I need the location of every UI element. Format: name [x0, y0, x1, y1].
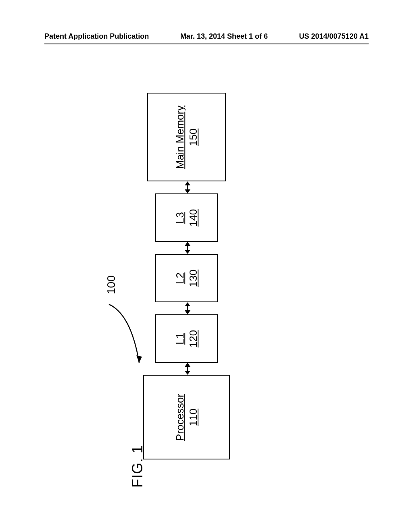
- block-l3-num: 140: [186, 209, 200, 226]
- figure-1: 100 Main Memory 150 L3 140: [81, 60, 266, 484]
- svg-marker-9: [185, 310, 190, 314]
- block-processor-num: 110: [186, 393, 200, 441]
- svg-marker-0: [136, 355, 142, 363]
- block-processor: Processor 110: [143, 375, 230, 459]
- block-main-memory-label: Main Memory: [173, 105, 187, 168]
- header-right: US 2014/0075120 A1: [299, 32, 369, 41]
- reference-arrow-icon: [101, 302, 145, 367]
- block-l3: L3 140: [155, 193, 218, 242]
- bidir-arrow-mem-l3: [183, 181, 192, 193]
- block-l2-label: L2: [173, 269, 187, 287]
- block-main-memory-num: 150: [186, 105, 200, 168]
- block-main-memory: Main Memory 150: [147, 93, 226, 181]
- svg-marker-5: [185, 242, 190, 246]
- header-center: Mar. 13, 2014 Sheet 1 of 6: [180, 32, 268, 41]
- block-l3-label: L3: [173, 209, 187, 226]
- block-l2: L2 130: [155, 254, 218, 302]
- svg-marker-6: [185, 250, 190, 254]
- reference-numeral-100: 100: [105, 275, 118, 294]
- block-l1-num: 120: [186, 330, 200, 347]
- bidir-arrow-l1-proc: [183, 363, 192, 375]
- svg-marker-2: [185, 181, 190, 185]
- bidir-arrow-l3-l2: [183, 242, 192, 254]
- page-header: Patent Application Publication Mar. 13, …: [0, 32, 413, 41]
- svg-marker-11: [185, 363, 190, 367]
- svg-marker-12: [185, 371, 190, 375]
- block-l1-label: L1: [173, 330, 187, 347]
- block-processor-label: Processor: [173, 393, 187, 441]
- header-left: Patent Application Publication: [44, 32, 149, 41]
- block-l2-num: 130: [186, 269, 200, 287]
- header-rule: [44, 44, 369, 44]
- svg-marker-3: [185, 189, 190, 193]
- figure-label: FIG. 1: [129, 445, 146, 488]
- svg-marker-8: [185, 302, 190, 306]
- block-l1: L1 120: [155, 314, 218, 363]
- bidir-arrow-l2-l1: [183, 302, 192, 314]
